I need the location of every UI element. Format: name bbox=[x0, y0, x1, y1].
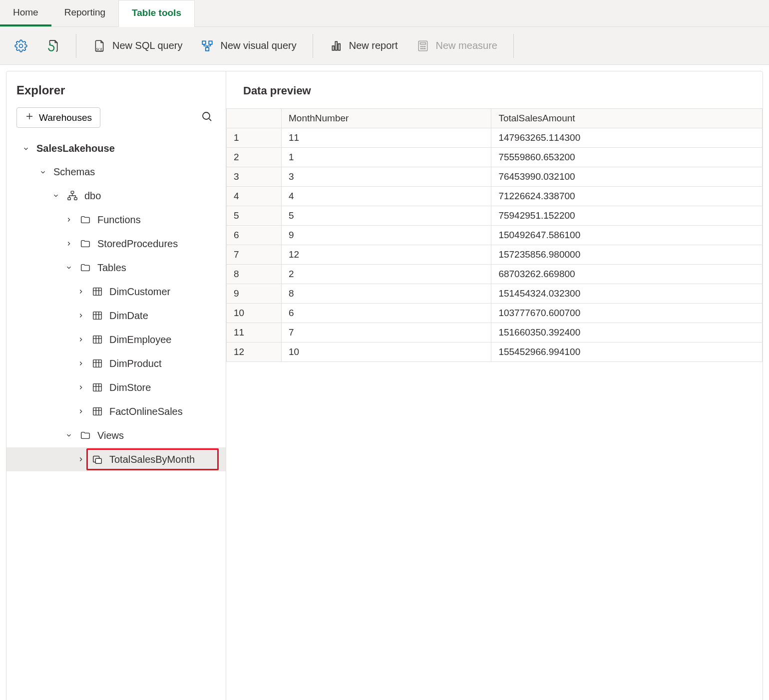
tree-label: Tables bbox=[97, 262, 126, 274]
table-row[interactable]: 4471226624.338700 bbox=[227, 187, 763, 206]
tree-node-database[interactable]: SalesLakehouse bbox=[6, 137, 226, 160]
data-preview-title: Data preview bbox=[226, 71, 763, 108]
chevron-right-icon bbox=[76, 455, 85, 464]
folder-icon bbox=[79, 214, 91, 226]
toolbar-divider bbox=[313, 34, 313, 58]
cell-totalsalesamount[interactable]: 150492647.586100 bbox=[491, 226, 763, 245]
table-row[interactable]: 5575942951.152200 bbox=[227, 206, 763, 226]
chevron-right-icon bbox=[76, 335, 85, 344]
tree-node-table[interactable]: FactOnlineSales bbox=[6, 399, 226, 423]
tree-node-schemas[interactable]: Schemas bbox=[6, 160, 226, 184]
cell-totalsalesamount[interactable]: 103777670.600700 bbox=[491, 304, 763, 323]
cell-monthnumber[interactable]: 4 bbox=[282, 187, 491, 206]
tree-node-table[interactable]: DimProduct bbox=[6, 351, 226, 375]
view-icon bbox=[91, 453, 103, 465]
new-sql-query-button[interactable]: SQL New SQL query bbox=[87, 36, 187, 56]
table-row[interactable]: 2175559860.653200 bbox=[227, 148, 763, 167]
rownum-cell[interactable]: 1 bbox=[227, 128, 282, 148]
rownum-cell[interactable]: 11 bbox=[227, 323, 282, 343]
tree-node-table[interactable]: DimDate bbox=[6, 304, 226, 328]
cell-monthnumber[interactable]: 6 bbox=[282, 304, 491, 323]
folder-icon bbox=[79, 262, 91, 274]
cell-monthnumber[interactable]: 2 bbox=[282, 265, 491, 284]
rownum-cell[interactable]: 2 bbox=[227, 148, 282, 167]
rownum-cell[interactable]: 5 bbox=[227, 206, 282, 226]
cell-totalsalesamount[interactable]: 157235856.980000 bbox=[491, 245, 763, 265]
tree-node-view-totalsalesbymonth[interactable]: TotalSalesByMonth bbox=[6, 447, 226, 471]
tree-node-dbo[interactable]: dbo bbox=[6, 184, 226, 208]
chevron-down-icon bbox=[38, 168, 47, 177]
settings-button[interactable] bbox=[9, 36, 33, 56]
cell-totalsalesamount[interactable]: 75559860.653200 bbox=[491, 148, 763, 167]
rownum-cell[interactable]: 12 bbox=[227, 343, 282, 362]
cell-totalsalesamount[interactable]: 147963265.114300 bbox=[491, 128, 763, 148]
table-icon bbox=[91, 357, 103, 369]
tab-home[interactable]: Home bbox=[0, 0, 51, 26]
cell-totalsalesamount[interactable]: 151660350.392400 bbox=[491, 323, 763, 343]
cell-monthnumber[interactable]: 5 bbox=[282, 206, 491, 226]
rownum-cell[interactable]: 4 bbox=[227, 187, 282, 206]
cell-monthnumber[interactable]: 7 bbox=[282, 323, 491, 343]
cell-monthnumber[interactable]: 10 bbox=[282, 343, 491, 362]
cell-monthnumber[interactable]: 11 bbox=[282, 128, 491, 148]
table-row[interactable]: 1210155452966.994100 bbox=[227, 343, 763, 362]
rownum-cell[interactable]: 6 bbox=[227, 226, 282, 245]
cell-totalsalesamount[interactable]: 71226624.338700 bbox=[491, 187, 763, 206]
tree-node-table[interactable]: DimEmployee bbox=[6, 328, 226, 351]
rownum-cell[interactable]: 10 bbox=[227, 304, 282, 323]
tree-node-functions[interactable]: Functions bbox=[6, 208, 226, 232]
table-row[interactable]: 106103777670.600700 bbox=[227, 304, 763, 323]
add-warehouses-button[interactable]: Warehouses bbox=[16, 107, 100, 128]
new-sql-query-label: New SQL query bbox=[112, 40, 182, 51]
cell-monthnumber[interactable]: 3 bbox=[282, 167, 491, 187]
tree-node-table[interactable]: DimStore bbox=[6, 375, 226, 399]
cell-totalsalesamount[interactable]: 76453990.032100 bbox=[491, 167, 763, 187]
cell-totalsalesamount[interactable]: 75942951.152200 bbox=[491, 206, 763, 226]
tree-node-tables[interactable]: Tables bbox=[6, 256, 226, 280]
tree-node-storedprocedures[interactable]: StoredProcedures bbox=[6, 232, 226, 256]
new-report-button[interactable]: New report bbox=[324, 36, 403, 56]
new-visual-query-button[interactable]: New visual query bbox=[195, 36, 301, 56]
svg-rect-6 bbox=[335, 41, 337, 50]
table-row[interactable]: 111147963265.114300 bbox=[227, 128, 763, 148]
cell-totalsalesamount[interactable]: 155452966.994100 bbox=[491, 343, 763, 362]
table-row[interactable]: 98151454324.032300 bbox=[227, 284, 763, 304]
search-button[interactable] bbox=[198, 107, 216, 128]
svg-rect-20 bbox=[93, 288, 102, 296]
rownum-cell[interactable]: 3 bbox=[227, 167, 282, 187]
tree-label: DimCustomer bbox=[109, 286, 170, 298]
svg-rect-9 bbox=[420, 42, 425, 44]
cell-monthnumber[interactable]: 8 bbox=[282, 284, 491, 304]
refresh-button[interactable] bbox=[41, 36, 65, 56]
cell-monthnumber[interactable]: 12 bbox=[282, 245, 491, 265]
column-header[interactable]: MonthNumber bbox=[282, 109, 491, 128]
tree-label: StoredProcedures bbox=[97, 238, 178, 250]
table-row[interactable]: 8268703262.669800 bbox=[227, 265, 763, 284]
cell-monthnumber[interactable]: 9 bbox=[282, 226, 491, 245]
column-header[interactable]: TotalSalesAmount bbox=[491, 109, 763, 128]
table-row[interactable]: 3376453990.032100 bbox=[227, 167, 763, 187]
tree-node-table[interactable]: DimCustomer bbox=[6, 280, 226, 304]
tree-node-views[interactable]: Views bbox=[6, 423, 226, 447]
table-row[interactable]: 712157235856.980000 bbox=[227, 245, 763, 265]
table-row[interactable]: 69150492647.586100 bbox=[227, 226, 763, 245]
chevron-down-icon bbox=[64, 263, 73, 272]
svg-rect-24 bbox=[93, 384, 102, 391]
cell-totalsalesamount[interactable]: 68703262.669800 bbox=[491, 265, 763, 284]
svg-point-13 bbox=[420, 48, 421, 49]
rownum-cell[interactable]: 8 bbox=[227, 265, 282, 284]
cell-totalsalesamount[interactable]: 151454324.032300 bbox=[491, 284, 763, 304]
rownum-cell[interactable]: 9 bbox=[227, 284, 282, 304]
cell-monthnumber[interactable]: 1 bbox=[282, 148, 491, 167]
chevron-right-icon bbox=[76, 311, 85, 320]
chevron-down-icon bbox=[51, 191, 60, 200]
report-icon bbox=[329, 39, 343, 53]
rownum-cell[interactable]: 7 bbox=[227, 245, 282, 265]
svg-rect-18 bbox=[68, 198, 71, 200]
rownum-header[interactable] bbox=[227, 109, 282, 128]
tab-reporting[interactable]: Reporting bbox=[51, 0, 118, 26]
table-row[interactable]: 117151660350.392400 bbox=[227, 323, 763, 343]
explorer-panel: Explorer Warehouses SalesLakehouse Schem… bbox=[6, 71, 226, 700]
tab-table-tools[interactable]: Table tools bbox=[118, 0, 195, 27]
gear-icon bbox=[14, 39, 28, 53]
